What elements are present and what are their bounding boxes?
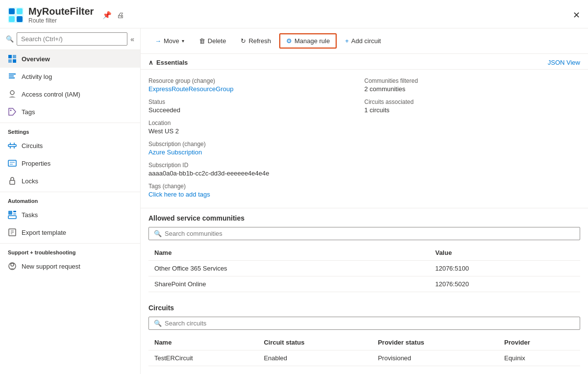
community-name: Other Office 365 Services <box>148 261 429 276</box>
subscription-label: Subscription (change) <box>148 141 365 148</box>
search-communities-container: 🔍 <box>148 227 580 240</box>
print-icon[interactable]: 🖨 <box>117 11 124 19</box>
sidebar-item-access-control[interactable]: Access control (IAM) <box>0 85 140 103</box>
essentials-grid: Resource group (change) ExpressRouteReso… <box>141 70 588 208</box>
circuits-associated-label: Circuits associated <box>365 99 581 105</box>
tags-value[interactable]: Click here to add tags <box>148 191 210 198</box>
close-icon[interactable]: ✕ <box>573 10 580 21</box>
communities-table-row[interactable]: SharePoint Online 12076:5020 <box>148 276 580 292</box>
sidebar-item-locks[interactable]: Locks <box>0 172 140 190</box>
sidebar-item-overview[interactable]: Overview <box>0 50 140 68</box>
location-item: Location West US 2 <box>148 118 365 139</box>
svg-rect-20 <box>8 160 16 166</box>
settings-section-header: Settings <box>0 123 140 137</box>
search-circuits-container: 🔍 <box>148 317 580 330</box>
header-actions: ✕ <box>573 10 580 21</box>
resource-group-label: Resource group (change) <box>148 77 365 84</box>
search-circuits-icon: 🔍 <box>154 320 162 327</box>
sidebar-item-tasks[interactable]: Tasks <box>0 206 140 224</box>
circuits-col-provider-status: Provider status <box>372 335 498 350</box>
page-header: MyRouteFilter Route filter 📌 🖨 ✕ <box>0 0 588 28</box>
sidebar-item-circuits[interactable]: Circuits <box>0 137 140 154</box>
main-content: 🔍 « Overview Activity log Access control… <box>0 28 588 374</box>
sidebar-item-activity-log[interactable]: Activity log <box>0 68 140 85</box>
refresh-button[interactable]: ↻ Refresh <box>234 34 277 48</box>
refresh-icon: ↻ <box>241 37 246 45</box>
search-box-container: 🔍 « <box>0 28 140 50</box>
search-input[interactable] <box>17 32 127 46</box>
search-circuits-input[interactable] <box>165 320 575 327</box>
resource-group-value[interactable]: ExpressRouteResourceGroup <box>148 85 233 93</box>
sidebar-item-locks-label: Locks <box>22 177 38 185</box>
community-value: 12076:5100 <box>429 261 580 276</box>
sidebar: 🔍 « Overview Activity log Access control… <box>0 28 141 374</box>
essentials-title-area: ∧ Essentials <box>148 59 188 66</box>
circuits-table-header-row: Name Circuit status Provider status Prov… <box>148 335 580 350</box>
svg-rect-3 <box>9 16 15 22</box>
communities-table-row[interactable]: Other Office 365 Services 12076:5100 <box>148 261 580 276</box>
subscription-id-value: aaaa0a0a-bb1b-cc2c-dd3d-eeeeee4e4e4e <box>148 170 365 177</box>
svg-point-14 <box>10 110 12 111</box>
content-area: → Move ▾ 🗑 Delete ↻ Refresh ⚙ Manage rul… <box>141 28 588 374</box>
essentials-title-text: Essentials <box>156 59 188 66</box>
communities-col-value: Value <box>429 245 580 261</box>
add-circuit-button[interactable]: + Add circuit <box>339 34 387 48</box>
status-label: Status <box>148 99 365 105</box>
sidebar-item-tags[interactable]: Tags <box>0 103 140 121</box>
overview-icon <box>8 54 17 63</box>
activity-log-icon <box>8 72 17 81</box>
svg-rect-11 <box>9 77 15 78</box>
header-text: MyRouteFilter Route filter <box>28 6 94 24</box>
pin-icon[interactable]: 📌 <box>102 11 112 20</box>
collapse-sidebar-button[interactable]: « <box>130 35 134 43</box>
circuits-table-row[interactable]: TestERCircuit Enabled Provisioned Equini… <box>148 350 580 366</box>
location-value: West US 2 <box>148 127 365 135</box>
circuits-col-name: Name <box>148 335 258 350</box>
tags-label: Tags (change) <box>148 183 365 190</box>
sidebar-item-new-support[interactable]: New support request <box>0 257 140 275</box>
communities-table: Name Value Other Office 365 Services 120… <box>148 245 580 292</box>
add-circuit-icon: + <box>345 37 349 45</box>
svg-rect-24 <box>8 211 12 215</box>
essentials-left: Resource group (change) ExpressRouteReso… <box>148 75 365 202</box>
sidebar-item-properties[interactable]: Properties <box>0 154 140 172</box>
circuit-name: TestERCircuit <box>148 350 258 366</box>
sidebar-item-tags-label: Tags <box>22 108 35 116</box>
svg-point-12 <box>10 91 14 95</box>
svg-rect-15 <box>8 145 16 147</box>
search-communities-input[interactable] <box>165 230 575 237</box>
automation-section-header: Automation <box>0 192 140 206</box>
move-button[interactable]: → Move ▾ <box>148 34 191 48</box>
sidebar-item-export-template[interactable]: Export template <box>0 224 140 241</box>
json-view-link[interactable]: JSON View <box>548 59 580 66</box>
communities-section-title: Allowed service communities <box>148 214 580 222</box>
svg-rect-2 <box>17 8 23 14</box>
search-communities-icon: 🔍 <box>154 230 162 237</box>
circuits-col-circuit-status: Circuit status <box>258 335 372 350</box>
delete-icon: 🗑 <box>199 37 205 45</box>
sidebar-item-activity-log-label: Activity log <box>22 73 52 80</box>
essentials-chevron-icon[interactable]: ∧ <box>148 59 153 66</box>
support-section-header: Support + troubleshooting <box>0 243 140 257</box>
subscription-value[interactable]: Azure Subscription <box>148 149 202 156</box>
circuits-icon <box>8 141 17 150</box>
circuits-col-provider: Provider <box>498 335 580 350</box>
subscription-id-item: Subscription ID aaaa0a0a-bb1b-cc2c-dd3d-… <box>148 160 365 181</box>
svg-rect-5 <box>8 55 12 58</box>
circuits-table: Name Circuit status Provider status Prov… <box>148 335 580 366</box>
sidebar-item-overview-label: Overview <box>22 55 50 63</box>
svg-rect-27 <box>8 216 16 219</box>
page-subtitle: Route filter <box>28 17 94 24</box>
route-filter-icon <box>8 7 24 23</box>
delete-button[interactable]: 🗑 Delete <box>193 34 233 48</box>
sidebar-item-properties-label: Properties <box>22 160 50 167</box>
tags-icon <box>8 107 17 116</box>
status-value: Succeeded <box>148 106 365 114</box>
manage-rule-button[interactable]: ⚙ Manage rule <box>279 33 337 49</box>
toolbar: → Move ▾ 🗑 Delete ↻ Refresh ⚙ Manage rul… <box>141 28 588 54</box>
communities-col-name: Name <box>148 245 429 261</box>
circuits-section: Circuits 🔍 Name Circuit status Provider … <box>141 298 588 372</box>
circuits-associated-item: Circuits associated 1 circuits <box>365 97 581 118</box>
communities-filtered-value: 2 communities <box>365 85 581 93</box>
properties-icon <box>8 159 17 168</box>
